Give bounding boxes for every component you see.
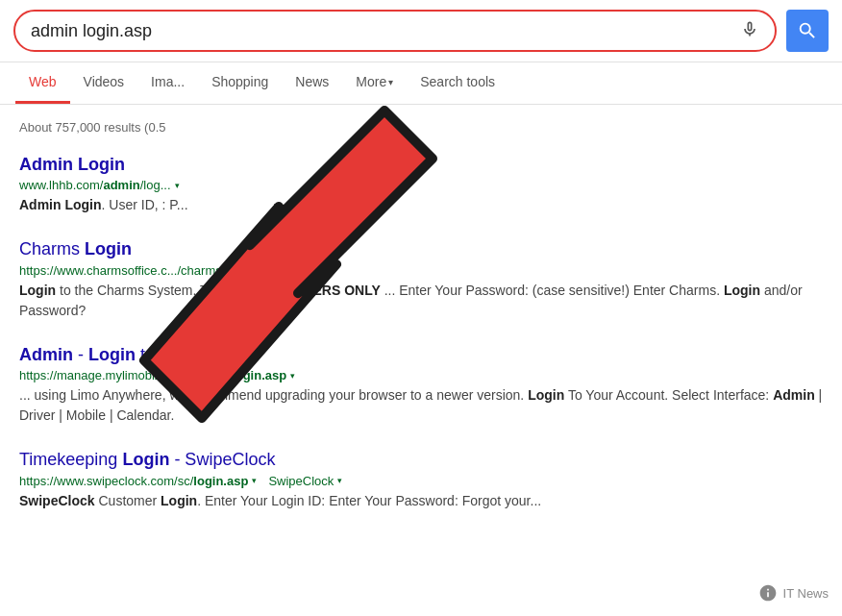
nav-tabs: Web Videos Ima... Shopping News More ▾ S… <box>0 62 842 105</box>
tab-videos[interactable]: Videos <box>70 62 138 104</box>
result-dropdown-icon[interactable]: ▾ <box>249 265 254 275</box>
result-url: https://www.charmsoffice.c.../charms/lo.… <box>19 263 823 278</box>
result-url: https://manage.mylimobiz.com/admin/login… <box>19 368 823 382</box>
tab-more[interactable]: More ▾ <box>342 62 407 104</box>
result-dropdown-icon[interactable]: ▾ <box>290 371 295 381</box>
result-dropdown-icon-2[interactable]: ▾ <box>337 476 342 485</box>
result-title: Admin Login <box>19 154 823 176</box>
result-title: Admin - Login to your account <box>19 344 823 366</box>
result-link[interactable]: Admin Login <box>19 155 125 174</box>
result-item: Admin Login www.lhhb.com/admin/log... ▾ … <box>19 154 823 215</box>
results-area: About 757,000 results (0.5 Admin Login w… <box>0 105 842 544</box>
tab-images[interactable]: Ima... <box>137 62 198 104</box>
result-title: Charms Login <box>19 238 823 260</box>
result-dropdown-icon[interactable]: ▾ <box>252 476 257 485</box>
search-input[interactable]: admin login.asp <box>31 21 732 41</box>
result-snippet: SwipeClock Customer Login. Enter Your Lo… <box>19 491 823 511</box>
result-link[interactable]: Timekeeping Login - SwipeClock <box>19 450 275 469</box>
search-input-wrapper: admin login.asp <box>13 10 777 52</box>
tab-news[interactable]: News <box>282 62 342 104</box>
result-item: Admin - Login to your account https://ma… <box>19 344 823 426</box>
tab-more-label: More <box>356 74 386 89</box>
tab-web[interactable]: Web <box>15 62 70 104</box>
result-url: https://www.swipeclock.com/sc/login.asp … <box>19 474 823 488</box>
result-snippet: ... using Limo Anywhere, we recommend up… <box>19 385 823 426</box>
tab-shopping[interactable]: Shopping <box>198 62 282 104</box>
search-button[interactable] <box>786 10 829 52</box>
result-link[interactable]: Admin - Login to your account <box>19 345 259 364</box>
result-title: Timekeeping Login - SwipeClock <box>19 449 823 471</box>
result-snippet: Login to the Charms System. TEACHERS/HEL… <box>19 281 823 321</box>
chevron-down-icon: ▾ <box>388 77 393 87</box>
result-item: Timekeeping Login - SwipeClock https://w… <box>19 449 823 510</box>
watermark-icon <box>758 583 778 603</box>
result-url: www.lhhb.com/admin/log... ▾ <box>19 178 823 192</box>
mic-icon[interactable] <box>740 19 759 43</box>
result-snippet: Admin Login. User ID, : P... <box>19 195 823 215</box>
watermark: IT News <box>758 583 829 603</box>
tab-search-tools[interactable]: Search tools <box>407 62 508 104</box>
result-item: Charms Login https://www.charmsoffice.c.… <box>19 238 823 320</box>
result-dropdown-icon[interactable]: ▾ <box>175 181 180 190</box>
results-count: About 757,000 results (0.5 <box>19 114 823 135</box>
search-bar: admin login.asp <box>0 0 842 62</box>
watermark-text: IT News <box>783 586 829 601</box>
result-link[interactable]: Charms Login <box>19 239 132 259</box>
